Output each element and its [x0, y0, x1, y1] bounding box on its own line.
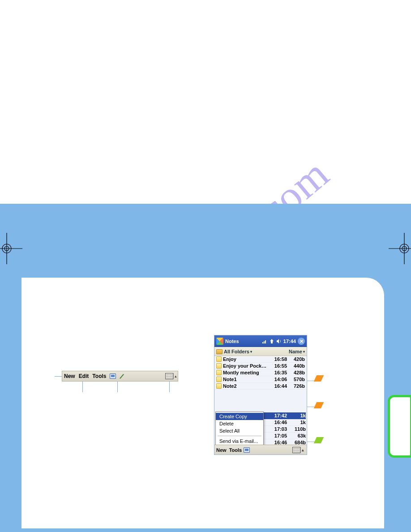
- file-size: 570b: [287, 377, 305, 382]
- file-name: Note1: [223, 377, 267, 382]
- file-size: 726b: [287, 383, 305, 389]
- file-time: 16:44: [267, 383, 287, 389]
- file-time: 17:03: [264, 426, 287, 432]
- file-size: 420b: [287, 356, 305, 362]
- footer-tools[interactable]: Tools: [229, 447, 242, 453]
- file-time: 17:42: [264, 413, 287, 418]
- callout-tick: [117, 382, 118, 392]
- note-icon: [216, 363, 222, 369]
- file-name: Montly meeting: [223, 370, 267, 375]
- note-icon: [216, 356, 222, 362]
- file-time: 17:05: [264, 433, 287, 438]
- file-size: 440b: [287, 363, 305, 369]
- record-icon[interactable]: [243, 446, 251, 454]
- file-row[interactable]: 17:0563k: [264, 433, 306, 439]
- connectivity-icon: [262, 339, 267, 344]
- file-time: 14:06: [267, 377, 287, 382]
- notes-toolbar: New Edit Tools ▴: [62, 371, 178, 382]
- pen-icon[interactable]: [118, 373, 126, 380]
- page-section-tab: [388, 395, 411, 458]
- keyboard-icon[interactable]: [292, 446, 300, 454]
- file-time: 16:58: [267, 356, 287, 362]
- input-panel-arrow-icon[interactable]: ▴: [300, 447, 305, 453]
- file-name: Note2: [223, 383, 267, 389]
- file-time: 16:46: [264, 420, 287, 425]
- file-row[interactable]: Note216:44726b: [214, 383, 307, 390]
- file-size: 1k: [287, 420, 306, 425]
- start-flag-icon[interactable]: [216, 338, 223, 345]
- folder-dropdown[interactable]: All Folders: [224, 349, 249, 354]
- file-size: 1k: [287, 413, 306, 418]
- callout-leader: [55, 376, 62, 377]
- svg-rect-8: [262, 342, 263, 343]
- file-row[interactable]: 17:03110b: [264, 426, 306, 433]
- file-time: 16:35: [267, 370, 287, 375]
- file-row[interactable]: Enjoy16:58420b: [214, 356, 307, 363]
- decorative-band: [0, 204, 411, 287]
- file-size: 428b: [287, 370, 305, 375]
- file-name: Enjoy: [223, 356, 267, 362]
- toolbar-tools[interactable]: Tools: [90, 373, 108, 379]
- folder-icon: [216, 349, 223, 354]
- note-icon: [216, 383, 222, 389]
- device-titlebar: Notes 17:44 ✕: [214, 335, 307, 347]
- chevron-down-icon: ▾: [250, 350, 252, 354]
- file-size: 110b: [287, 426, 306, 432]
- file-row[interactable]: 16:461k: [264, 419, 306, 426]
- svg-rect-10: [265, 340, 266, 343]
- record-icon[interactable]: [109, 373, 117, 380]
- context-menu-item[interactable]: Select All: [216, 427, 263, 434]
- menu-separator: [218, 436, 261, 436]
- callout-tick: [82, 382, 83, 392]
- folder-bar: All Folders ▾ Name ▾: [214, 347, 307, 356]
- note-icon: [216, 377, 222, 382]
- file-list-area: Enjoy16:58420bEnjoy your Pocke...16:5544…: [214, 356, 307, 455]
- page-panel: [21, 278, 384, 528]
- file-row[interactable]: Enjoy your Pocke...16:55440b: [214, 363, 307, 369]
- keyboard-icon[interactable]: [165, 373, 173, 380]
- note-icon: [216, 370, 222, 375]
- context-menu-item[interactable]: Delete: [216, 420, 263, 427]
- svg-rect-9: [264, 341, 265, 343]
- chevron-down-icon: ▾: [303, 350, 305, 354]
- toolbar-edit[interactable]: Edit: [77, 373, 91, 379]
- close-icon[interactable]: ✕: [298, 338, 305, 345]
- registration-mark-left-icon: [0, 233, 22, 264]
- context-menu-item[interactable]: Send via E-mail...: [216, 438, 263, 445]
- app-title: Notes: [225, 339, 239, 344]
- file-name: Enjoy your Pocke...: [223, 363, 267, 369]
- sort-dropdown[interactable]: Name: [289, 349, 302, 354]
- footer-new[interactable]: New: [216, 447, 229, 453]
- file-row[interactable]: Note114:06570b: [214, 376, 307, 383]
- speaker-icon: [276, 339, 282, 344]
- clock: 17:44: [283, 339, 296, 344]
- file-row[interactable]: 17:421k: [264, 412, 306, 419]
- pocket-pc-screenshot: Notes 17:44 ✕ All Folders ▾ Name ▾ Enjoy…: [214, 335, 307, 455]
- signal-icon: [269, 339, 274, 344]
- file-time: 16:55: [267, 363, 287, 369]
- callout-tick: [169, 382, 170, 392]
- file-row[interactable]: Montly meeting16:35428b: [214, 369, 307, 376]
- registration-mark-right-icon: [389, 233, 411, 264]
- device-footer-toolbar: New Tools ▴: [214, 445, 307, 455]
- file-size: 63k: [287, 433, 306, 438]
- toolbar-new[interactable]: New: [62, 373, 77, 379]
- context-menu-item[interactable]: Create Copy: [216, 413, 263, 420]
- input-panel-arrow-icon[interactable]: ▴: [173, 373, 178, 379]
